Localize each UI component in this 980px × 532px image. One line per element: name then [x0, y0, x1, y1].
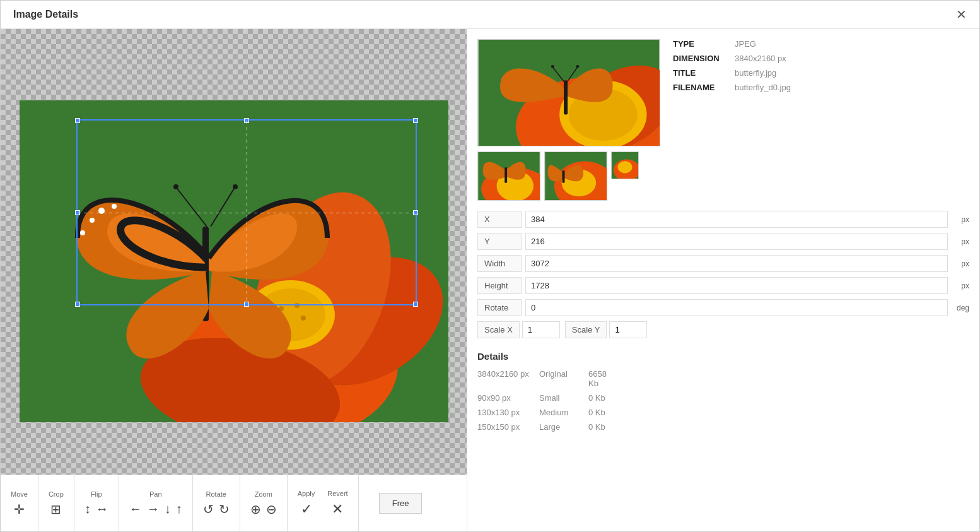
detail-type-2: Medium [539, 408, 583, 417]
scale-row: Scale X Scale Y [477, 321, 969, 338]
dimension-value: 3840x2160 px [735, 54, 786, 63]
detail-size-0: 6658Kb [588, 369, 607, 388]
revert-button[interactable]: ✕ [332, 501, 343, 517]
detail-row-original: 3840x2160 px Original 6658Kb [477, 369, 969, 388]
rotate-unit: deg [952, 304, 969, 312]
height-label: Height [477, 277, 522, 294]
width-field-row: Width px [477, 255, 969, 272]
scalex-label: Scale X [477, 321, 520, 338]
scaley-group: Scale Y [565, 321, 648, 338]
svg-point-27 [551, 65, 554, 68]
type-key: TYPE [673, 39, 730, 49]
detail-type-0: Original [539, 369, 583, 379]
flip-v-icon[interactable]: ↕ [85, 502, 91, 516]
scalex-group: Scale X [477, 321, 560, 338]
type-value: JPEG [735, 39, 756, 49]
svg-rect-33 [505, 167, 507, 182]
rotate-cw-icon[interactable]: ↻ [219, 502, 230, 517]
title-row: TITLE butterfly.jpg [673, 68, 969, 78]
width-label: Width [477, 255, 522, 272]
detail-type-3: Large [539, 422, 583, 432]
svg-point-40 [618, 161, 633, 173]
apply-button[interactable]: ✓ [301, 501, 312, 517]
detail-dim-1: 90x90 px [477, 393, 534, 403]
pan-label: Pan [149, 490, 162, 498]
detail-row-medium: 130x130 px Medium 0 Kb [477, 408, 969, 417]
right-top: TYPE JPEG DIMENSION 3840x2160 px TITLE b… [477, 39, 969, 201]
filename-value: butterfly_d0.jpg [735, 83, 791, 92]
detail-row-large: 150x150 px Large 0 Kb [477, 422, 969, 432]
pan-right-icon[interactable]: → [147, 502, 160, 516]
crop-box[interactable] [76, 119, 417, 305]
filename-row: FILENAME butterfly_d0.jpg [673, 83, 969, 92]
flip-h-icon[interactable]: ↔ [96, 502, 108, 516]
y-label: Y [477, 233, 522, 250]
toolbar-group-apply-revert: Apply ✓ Revert ✕ [288, 475, 359, 531]
detail-dim-2: 130x130 px [477, 408, 534, 417]
filename-key: FILENAME [673, 83, 730, 92]
canvas-area: Move ✛ Crop ⊞ Flip ↕ ↔ [1, 29, 467, 531]
rotate-input[interactable] [525, 299, 948, 316]
zoom-out-icon[interactable]: ⊖ [266, 502, 277, 517]
detail-dim-3: 150x150 px [477, 422, 534, 432]
scalex-input[interactable] [522, 321, 560, 338]
crop-crosshair-v [247, 121, 247, 304]
x-label: X [477, 211, 522, 228]
toolbar-group-move: Move ✛ [1, 475, 38, 531]
rotate-ccw-icon[interactable]: ↺ [203, 502, 214, 517]
height-field-row: Height px [477, 277, 969, 294]
details-title: Details [477, 351, 969, 362]
width-input[interactable] [525, 255, 948, 272]
scaley-label: Scale Y [565, 321, 607, 338]
preview-section [477, 39, 660, 201]
free-group: Free [359, 493, 433, 514]
svg-rect-37 [563, 170, 565, 182]
fields-section: X px Y px Width px Height [477, 211, 969, 338]
pan-down-icon[interactable]: ↓ [165, 502, 171, 516]
title-bar: Image Details ✕ [1, 1, 979, 29]
crop-icon[interactable]: ⊞ [50, 502, 61, 517]
free-button[interactable]: Free [379, 493, 423, 514]
rotate-field-row: Rotate deg [477, 299, 969, 316]
details-section: Details 3840x2160 px Original 6658Kb 90x… [477, 351, 969, 437]
type-row: TYPE JPEG [673, 39, 969, 49]
thumbnail-3[interactable] [611, 151, 639, 179]
close-button[interactable]: ✕ [956, 8, 967, 21]
x-input[interactable] [525, 211, 948, 228]
y-unit: px [952, 237, 969, 246]
dimension-row: DIMENSION 3840x2160 px [673, 54, 969, 63]
detail-dim-0: 3840x2160 px [477, 369, 534, 379]
toolbar: Move ✛ Crop ⊞ Flip ↕ ↔ [1, 475, 467, 531]
zoom-label: Zoom [255, 490, 272, 498]
toolbar-group-flip: Flip ↕ ↔ [74, 475, 119, 531]
x-unit: px [952, 215, 969, 224]
zoom-in-icon[interactable]: ⊕ [250, 502, 261, 517]
metadata-section: TYPE JPEG DIMENSION 3840x2160 px TITLE b… [673, 39, 969, 201]
canvas-container[interactable] [1, 29, 467, 475]
pan-left-icon[interactable]: ← [129, 502, 142, 516]
main-content: Move ✛ Crop ⊞ Flip ↕ ↔ [1, 29, 979, 531]
width-unit: px [952, 259, 969, 268]
detail-size-2: 0 Kb [588, 408, 605, 417]
height-input[interactable] [525, 277, 948, 294]
thumbnail-1[interactable] [477, 151, 540, 201]
detail-row-small: 90x90 px Small 0 Kb [477, 393, 969, 403]
detail-size-1: 0 Kb [588, 393, 605, 403]
image-wrapper [20, 100, 448, 422]
move-icon[interactable]: ✛ [14, 502, 25, 517]
scaley-input[interactable] [609, 321, 647, 338]
crop-handle-bl[interactable] [75, 302, 80, 307]
y-input[interactable] [525, 233, 948, 250]
thumbnail-2[interactable] [544, 151, 607, 201]
crop-handle-tl[interactable] [75, 118, 80, 123]
y-field-row: Y px [477, 233, 969, 250]
dimension-key: DIMENSION [673, 54, 730, 63]
pan-up-icon[interactable]: ↑ [176, 502, 182, 516]
dialog-title: Image Details [13, 9, 78, 20]
detail-size-3: 0 Kb [588, 422, 605, 432]
image-details-dialog: Image Details ✕ [0, 0, 980, 532]
crop-handle-br[interactable] [413, 302, 418, 307]
toolbar-group-crop: Crop ⊞ [38, 475, 74, 531]
crop-handle-tr[interactable] [413, 118, 418, 123]
detail-type-1: Small [539, 393, 583, 403]
